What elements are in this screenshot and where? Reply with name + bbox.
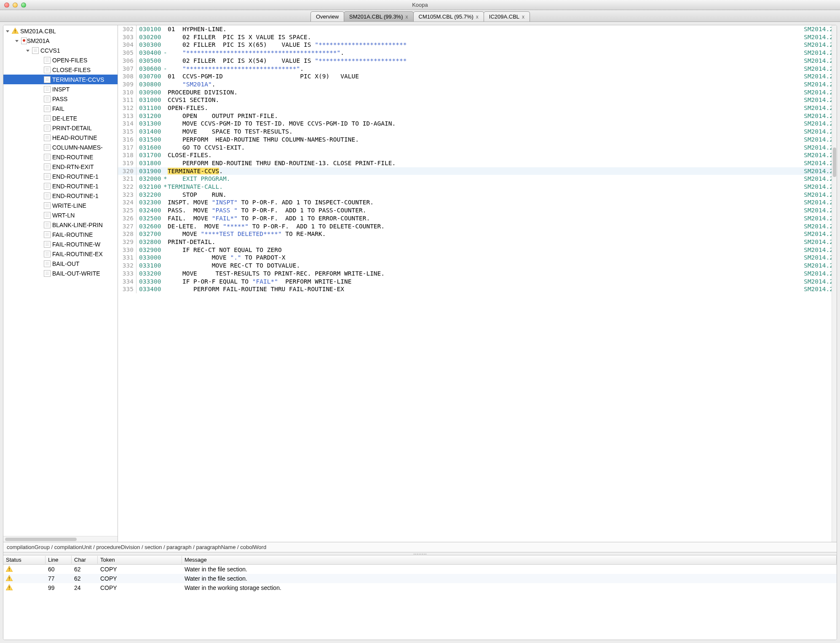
code-line[interactable]: 310030900 PROCEDURE DIVISION.SM2014.2	[118, 88, 837, 96]
splitter[interactable]	[3, 552, 837, 555]
sequence-number: 032300	[136, 198, 163, 206]
disclosure-down-icon[interactable]	[14, 38, 19, 43]
disclosure-down-icon[interactable]	[25, 48, 30, 53]
tree-item[interactable]: BLANK-LINE-PRIN	[3, 220, 118, 230]
sequence-number: 033200	[136, 270, 163, 278]
sidebar-scrollbar[interactable]	[3, 536, 118, 542]
code-line[interactable]: 332033100 MOVE REC-CT TO DOTVALUE.SM2014…	[118, 262, 837, 270]
tab-2[interactable]: CM105M.CBL (95.7%)x	[413, 11, 484, 21]
code-line[interactable]: 311031000 CCVS1 SECTION.SM2014.2	[118, 96, 837, 104]
tree-item[interactable]: END-ROUTINE-1	[3, 191, 118, 201]
code-line[interactable]: 316031500 PERFORM HEAD-ROUTINE THRU COLU…	[118, 136, 837, 144]
tab-1[interactable]: SM201A.CBL (99.3%)x	[344, 11, 413, 21]
tree-item[interactable]: WRITE-LINE	[3, 201, 118, 210]
tree-file[interactable]: SM201A.CBL	[3, 26, 118, 36]
code-line[interactable]: 317031600 GO TO CCVS1-EXIT.SM2014.2	[118, 144, 837, 152]
sequence-number: 032200	[136, 191, 163, 199]
tree-item[interactable]: FAIL-ROUTINE-EX	[3, 249, 118, 259]
tab-close-icon[interactable]: x	[522, 14, 524, 20]
code-line[interactable]: 305030400- "****************************…	[118, 49, 837, 57]
code-line[interactable]: 325032400 PASS. MOVE "PASS " TO P-OR-F. …	[118, 206, 837, 214]
tree-item[interactable]: END-ROUTINE-1	[3, 181, 118, 191]
tree-section[interactable]: CCVS1	[3, 46, 118, 55]
code-line[interactable]: 326032500 FAIL. MOVE "FAIL*" TO P-OR-F. …	[118, 214, 837, 222]
tab-0[interactable]: Overview	[310, 11, 344, 21]
indicator-col	[163, 33, 168, 41]
tree-item[interactable]: TERMINATE-CCVS	[3, 75, 118, 84]
sequence-number: 033100	[136, 262, 163, 270]
sequence-number: 031500	[136, 136, 163, 144]
code-text: MOVE SPACE TO TEST-RESULTS.	[168, 128, 801, 136]
code-text: PERFORM FAIL-ROUTINE THRU FAIL-ROUTINE-E…	[168, 285, 801, 293]
code-line[interactable]: 324032300 INSPT. MOVE "INSPT" TO P-OR-F.…	[118, 198, 837, 206]
code-line[interactable]: 329032800 PRINT-DETAIL.SM2014.2	[118, 238, 837, 246]
code-text: "SM201A".	[168, 80, 801, 88]
code-line[interactable]: 312031100 OPEN-FILES.SM2014.2	[118, 104, 837, 112]
code-line[interactable]: 330032900 IF REC-CT NOT EQUAL TO ZEROSM2…	[118, 246, 837, 254]
code-line[interactable]: 303030200 02 FILLER PIC IS X VALUE IS SP…	[118, 33, 837, 41]
code-line[interactable]: 327032600 DE-LETE. MOVE "*****" TO P-OR-…	[118, 222, 837, 230]
tree-item[interactable]: BAIL-OUT-WRITE	[3, 268, 118, 278]
code-line[interactable]: 314031300 MOVE CCVS-PGM-ID TO TEST-ID. M…	[118, 120, 837, 128]
code-line[interactable]: 309030800 "SM201A".SM2014.2	[118, 80, 837, 88]
code-line[interactable]: 304030300 02 FILLER PIC IS X(65) VALUE I…	[118, 41, 837, 49]
code-line[interactable]: 333033200 MOVE TEST-RESULTS TO PRINT-REC…	[118, 270, 837, 278]
tree-item[interactable]: CLOSE-FILES	[3, 65, 118, 75]
problem-row[interactable]: 6062COPYWater in the file section.	[3, 565, 837, 574]
sequence-number: 031300	[136, 120, 163, 128]
indicator-col	[163, 214, 168, 222]
col-message[interactable]: Message	[182, 556, 837, 564]
code-line[interactable]: 331033000 MOVE "." TO PARDOT-XSM2014.2	[118, 254, 837, 262]
col-line[interactable]: Line	[45, 556, 72, 564]
code-editor[interactable]: 302030100 01 HYPHEN-LINE.SM2014.23030302…	[118, 25, 837, 542]
col-status[interactable]: Status	[3, 556, 45, 564]
code-line[interactable]: 334033300 IF P-OR-F EQUAL TO "FAIL*" PER…	[118, 278, 837, 286]
tree-item[interactable]: FAIL-ROUTINE-W	[3, 239, 118, 249]
code-line[interactable]: 306030500 02 FILLER PIC IS X(54) VALUE I…	[118, 57, 837, 65]
editor-scrollbar[interactable]	[832, 25, 837, 542]
code-line[interactable]: 323032200 STOP RUN.SM2014.2	[118, 191, 837, 199]
tree-item[interactable]: END-RTN-EXIT	[3, 162, 118, 171]
code-line[interactable]: 315031400 MOVE SPACE TO TEST-RESULTS.SM2…	[118, 128, 837, 136]
code-line[interactable]: 321032000* EXIT PROGRAM.SM2014.2	[118, 175, 837, 183]
tab-close-icon[interactable]: x	[406, 14, 408, 20]
sequence-number: 032800	[136, 238, 163, 246]
tree-item[interactable]: HEAD-ROUTINE	[3, 133, 118, 142]
tree-item[interactable]: END-ROUTINE-1	[3, 171, 118, 181]
tree-item[interactable]: FAIL	[3, 104, 118, 113]
tree-label: OPEN-FILES	[52, 57, 87, 64]
tree-label: BLANK-LINE-PRIN	[52, 222, 103, 228]
tab-close-icon[interactable]: x	[476, 14, 479, 20]
problem-row[interactable]: 9924COPYWater in the working storage sec…	[3, 583, 837, 592]
tree-item[interactable]: END-ROUTINE	[3, 152, 118, 162]
code-line[interactable]: 308030700 01 CCVS-PGM-ID PIC X(9) VALUES…	[118, 72, 837, 80]
tree-item[interactable]: INSPT	[3, 84, 118, 94]
col-token[interactable]: Token	[98, 556, 182, 564]
tree-item[interactable]: OPEN-FILES	[3, 55, 118, 65]
tree-item[interactable]: BAIL-OUT	[3, 259, 118, 268]
code-line[interactable]: 318031700 CLOSE-FILES.SM2014.2	[118, 151, 837, 159]
disclosure-down-icon[interactable]	[5, 29, 10, 34]
problem-row[interactable]: 7762COPYWater in the file section.	[3, 574, 837, 583]
tab-label: IC209A.CBL	[489, 13, 519, 20]
code-text: MOVE "." TO PARDOT-X	[168, 254, 801, 262]
tree-item[interactable]: DE-LETE	[3, 113, 118, 123]
col-char[interactable]: Char	[72, 556, 98, 564]
code-line[interactable]: 322032100*TERMINATE-CALL.SM2014.2	[118, 183, 837, 191]
tree-item[interactable]: PASS	[3, 94, 118, 104]
tree-item[interactable]: FAIL-ROUTINE	[3, 230, 118, 239]
tree-item[interactable]: WRT-LN	[3, 210, 118, 220]
code-line[interactable]: 320031900 TERMINATE-CCVS.SM2014.2	[118, 167, 837, 175]
code-line[interactable]: 302030100 01 HYPHEN-LINE.SM2014.2	[118, 25, 837, 33]
tree-item[interactable]: COLUMN-NAMES-	[3, 142, 118, 152]
code-line[interactable]: 328032700 MOVE "****TEST DELETED****" TO…	[118, 230, 837, 238]
tab-3[interactable]: IC209A.CBLx	[484, 11, 530, 21]
tree-label: PASS	[52, 96, 67, 102]
tree-program[interactable]: SM201A	[3, 36, 118, 46]
code-line[interactable]: 335033400 PERFORM FAIL-ROUTINE THRU FAIL…	[118, 285, 837, 293]
code-line[interactable]: 319031800 PERFORM END-ROUTINE THRU END-R…	[118, 159, 837, 167]
code-line[interactable]: 307030600- "****************************…	[118, 65, 837, 73]
code-line[interactable]: 313031200 OPEN OUTPUT PRINT-FILE.SM2014.…	[118, 112, 837, 120]
line-number: 322	[118, 183, 136, 191]
tree-item[interactable]: PRINT-DETAIL	[3, 123, 118, 133]
